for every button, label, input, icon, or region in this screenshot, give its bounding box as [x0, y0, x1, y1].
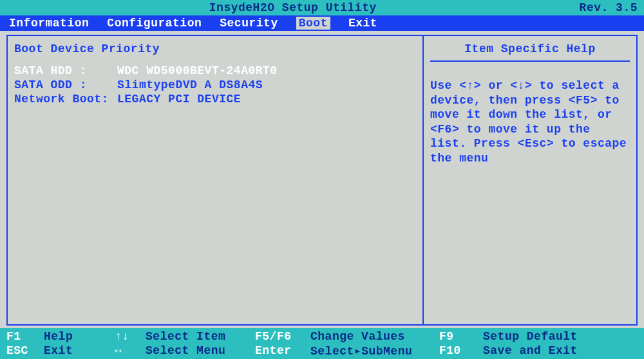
- tab-security[interactable]: Security: [220, 17, 278, 30]
- footer-label-help: Help: [44, 330, 115, 343]
- footer-label-save-exit: Save and Exit: [483, 344, 578, 357]
- footer-label-select-item: Select Item: [146, 330, 255, 343]
- footer-row: ESC Exit ↔ Select Menu Enter Select▸SubM…: [6, 344, 638, 358]
- tab-exit[interactable]: Exit: [348, 17, 377, 30]
- footer-key-enter[interactable]: Enter: [255, 344, 310, 357]
- footer-key-leftright[interactable]: ↔: [115, 344, 146, 357]
- footer-key-esc[interactable]: ESC: [6, 344, 44, 357]
- footer-key-f5f6[interactable]: F5/F6: [255, 330, 310, 343]
- help-text: Use <↑> or <↓> to select a device, then …: [430, 78, 630, 165]
- panel-container: Boot Device Priority SATA HDD : WDC WD50…: [6, 35, 638, 326]
- footer-label-select-submenu: Select▸SubMenu: [310, 344, 439, 358]
- footer-label-exit: Exit: [44, 344, 115, 357]
- tab-information[interactable]: Information: [9, 17, 89, 30]
- boot-item-value: LEGACY PCI DEVICE: [117, 93, 241, 106]
- footer-key-f9[interactable]: F9: [439, 330, 483, 343]
- tab-configuration[interactable]: Configuration: [107, 17, 202, 30]
- help-title: Item Specific Help: [430, 42, 630, 62]
- menu-bar: Information Configuration Security Boot …: [0, 15, 644, 31]
- boot-item-label: SATA ODD :: [14, 78, 117, 91]
- left-panel: Boot Device Priority SATA HDD : WDC WD50…: [8, 36, 424, 324]
- revision-label: Rev. 3.5: [580, 1, 638, 14]
- boot-item-network[interactable]: Network Boot: LEGACY PCI DEVICE: [14, 93, 416, 106]
- boot-item-sata-odd[interactable]: SATA ODD : SlimtypeDVD A DS8A4S: [14, 78, 416, 91]
- footer-key-f1[interactable]: F1: [6, 330, 44, 343]
- boot-item-value: SlimtypeDVD A DS8A4S: [117, 78, 263, 91]
- main-area: Boot Device Priority SATA HDD : WDC WD50…: [0, 31, 644, 328]
- footer-key-f10[interactable]: F10: [439, 344, 483, 357]
- boot-item-sata-hdd[interactable]: SATA HDD : WDC WD5000BEVT-24A0RT0: [14, 64, 416, 77]
- help-panel: Item Specific Help Use <↑> or <↓> to sel…: [424, 36, 636, 324]
- footer-row: F1 Help ↑↓ Select Item F5/F6 Change Valu…: [6, 329, 638, 344]
- boot-item-label: SATA HDD :: [14, 64, 117, 77]
- footer-bar: F1 Help ↑↓ Select Item F5/F6 Change Valu…: [0, 328, 644, 359]
- tab-boot[interactable]: Boot: [296, 17, 330, 30]
- footer-label-change-values: Change Values: [310, 330, 439, 343]
- title-bar: InsydeH2O Setup Utility Rev. 3.5: [0, 0, 644, 15]
- footer-label-setup-default: Setup Default: [483, 330, 578, 343]
- boot-item-value: WDC WD5000BEVT-24A0RT0: [117, 64, 278, 77]
- footer-key-updown[interactable]: ↑↓: [115, 330, 146, 343]
- boot-item-label: Network Boot:: [14, 93, 117, 106]
- app-title: InsydeH2O Setup Utility: [6, 1, 580, 14]
- footer-label-select-menu: Select Menu: [146, 344, 255, 357]
- boot-priority-title: Boot Device Priority: [14, 42, 416, 55]
